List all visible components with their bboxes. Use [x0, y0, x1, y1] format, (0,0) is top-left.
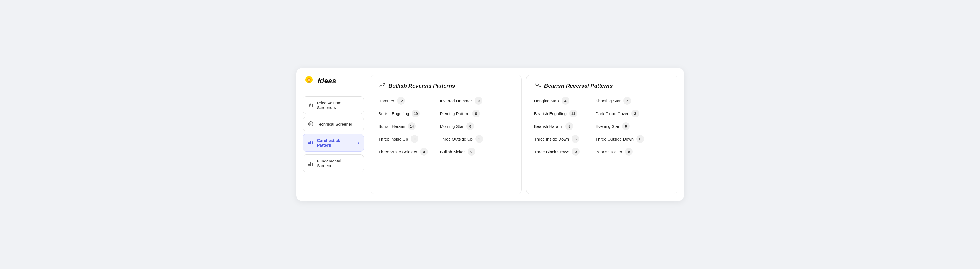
pattern-count-badge: 4 [562, 97, 570, 104]
pattern-item[interactable]: Three Black Crows 0 [534, 148, 587, 155]
price-volume-icon [308, 102, 314, 108]
svg-point-15 [310, 124, 311, 125]
sidebar-item-candlestick[interactable]: Candlestick Pattern › [303, 134, 364, 152]
pattern-row: Bullish Harami 14 Morning Star 0 [379, 122, 514, 130]
pattern-name: Three Inside Up [379, 137, 408, 141]
svg-rect-4 [309, 104, 310, 106]
sidebar-item-label-price-volume: Price Volume Screeners [317, 100, 359, 110]
pattern-name: Hammer [379, 98, 395, 103]
pattern-count-badge: 0 [468, 148, 476, 155]
pattern-count-badge: 2 [623, 97, 631, 104]
pattern-count-badge: 19 [412, 109, 420, 117]
pattern-name: Three Outside Down [596, 137, 634, 141]
bullish-header: Bullish Reversal Patterns [379, 82, 514, 90]
pattern-item[interactable]: Bearish Kicker 0 [596, 148, 648, 155]
pattern-count-badge: 0 [572, 148, 579, 155]
pattern-count-badge: 0 [466, 122, 474, 130]
fundamental-icon [308, 160, 314, 166]
svg-rect-26 [312, 142, 313, 144]
pattern-count-badge: 0 [636, 135, 644, 143]
svg-rect-1 [308, 82, 310, 82]
sidebar-item-technical[interactable]: Technical Screener [303, 117, 364, 131]
bullish-title: Bullish Reversal Patterns [388, 83, 455, 89]
chevron-right-icon: › [358, 140, 359, 145]
pattern-row: Bullish Engulfing 19 Piercing Pattern 0 [379, 109, 514, 117]
pattern-count-badge: 0 [622, 122, 630, 130]
pattern-name: Three Black Crows [534, 149, 570, 154]
pattern-name: Bearish Engulfing [534, 111, 567, 116]
pattern-item[interactable]: Morning Star 0 [440, 122, 493, 130]
pattern-name: Evening Star [596, 124, 619, 129]
pattern-count-badge: 0 [420, 148, 428, 155]
pattern-item[interactable]: Bullish Engulfing 19 [379, 109, 431, 117]
pattern-item[interactable]: Evening Star 0 [596, 122, 648, 130]
pattern-item[interactable]: Bearish Engulfing 11 [534, 109, 587, 117]
pattern-count-badge: 3 [632, 109, 639, 117]
pattern-item[interactable]: Bullish Kicker 0 [440, 148, 493, 155]
svg-point-3 [308, 79, 310, 81]
pattern-name: Shooting Star [596, 98, 621, 103]
pattern-item[interactable]: Three Outside Down 0 [596, 135, 648, 143]
pattern-row: Three Inside Down 6 Three Outside Down 0 [534, 135, 669, 143]
pattern-count-badge: 12 [397, 97, 405, 104]
pattern-item[interactable]: Piercing Pattern 0 [440, 109, 493, 117]
pattern-name: Hanging Man [534, 98, 559, 103]
bullish-panel: Bullish Reversal Patterns Hammer 12 Inve… [371, 75, 522, 194]
sidebar-item-label-candlestick: Candlestick Pattern [317, 138, 355, 147]
pattern-name: Bearish Kicker [596, 149, 622, 154]
candlestick-icon [308, 140, 314, 146]
bullish-chart-icon [379, 82, 386, 90]
logo-icon [303, 75, 315, 87]
svg-rect-30 [310, 162, 311, 166]
main-content: Bullish Reversal Patterns Hammer 12 Inve… [371, 75, 677, 194]
pattern-count-badge: 0 [410, 135, 418, 143]
bearish-panel: Bearish Reversal Patterns Hanging Man 4 … [526, 75, 677, 194]
pattern-name: Bearish Harami [534, 124, 563, 129]
sidebar-item-price-volume[interactable]: Price Volume Screeners [303, 96, 364, 114]
pattern-item[interactable]: Three White Soldiers 0 [379, 148, 431, 155]
pattern-count-badge: 14 [408, 122, 416, 130]
sidebar-item-fundamental[interactable]: Fundamental Screener [303, 154, 364, 172]
pattern-item[interactable]: Bearish Harami 8 [534, 122, 587, 130]
bearish-title: Bearish Reversal Patterns [544, 83, 613, 89]
pattern-row: Bearish Harami 8 Evening Star 0 [534, 122, 669, 130]
pattern-item[interactable]: Bullish Harami 14 [379, 122, 431, 130]
pattern-count-badge: 6 [571, 135, 579, 143]
pattern-name: Bullish Kicker [440, 149, 465, 154]
pattern-name: Three Outside Up [440, 137, 473, 141]
sidebar-item-label-technical: Technical Screener [317, 122, 353, 127]
pattern-item[interactable]: Three Inside Up 0 [379, 135, 431, 143]
pattern-item[interactable]: Dark Cloud Cover 3 [596, 109, 648, 117]
pattern-row: Bearish Engulfing 11 Dark Cloud Cover 3 [534, 109, 669, 117]
svg-rect-31 [312, 163, 313, 166]
pattern-count-badge: 8 [565, 122, 573, 130]
pattern-count-badge: 0 [472, 109, 480, 117]
pattern-item[interactable]: Hammer 12 [379, 97, 431, 104]
sidebar-item-label-fundamental: Fundamental Screener [317, 158, 359, 168]
sidebar: Ideas Price Volume Screeners [303, 75, 364, 194]
pattern-name: Morning Star [440, 124, 464, 129]
pattern-count-badge: 0 [475, 97, 482, 104]
bearish-chart-icon [534, 82, 541, 90]
svg-rect-7 [310, 103, 311, 105]
pattern-row: Three Black Crows 0 Bearish Kicker 0 [534, 148, 669, 155]
svg-rect-10 [312, 104, 313, 106]
pattern-name: Bullish Harami [379, 124, 406, 129]
pattern-item[interactable]: Shooting Star 2 [596, 97, 648, 104]
pattern-name: Three Inside Down [534, 137, 569, 141]
app-title: Ideas [318, 77, 336, 85]
pattern-count-badge: 0 [625, 148, 633, 155]
pattern-item[interactable]: Three Inside Down 6 [534, 135, 587, 143]
pattern-item[interactable]: Three Outside Up 2 [440, 135, 493, 143]
technical-icon [308, 121, 314, 127]
bearish-pattern-rows: Hanging Man 4 Shooting Star 2 Bearish En… [534, 97, 669, 155]
pattern-item[interactable]: Hanging Man 4 [534, 97, 587, 104]
svg-rect-20 [309, 142, 310, 144]
pattern-name: Bullish Engulfing [379, 111, 409, 116]
pattern-name: Inverted Hammer [440, 98, 472, 103]
svg-rect-2 [308, 83, 310, 83]
pattern-item[interactable]: Inverted Hammer 0 [440, 97, 493, 104]
bullish-pattern-rows: Hammer 12 Inverted Hammer 0 Bullish Engu… [379, 97, 514, 155]
app-container: Ideas Price Volume Screeners [296, 68, 684, 201]
svg-rect-23 [310, 141, 311, 144]
